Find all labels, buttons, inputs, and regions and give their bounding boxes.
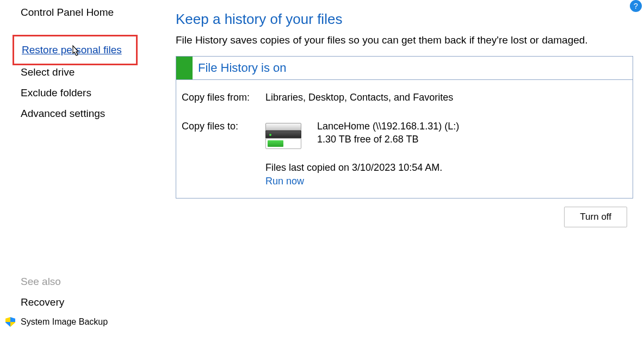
advanced-settings-link[interactable]: Advanced settings <box>21 108 164 120</box>
status-title: File History is on <box>198 61 287 75</box>
system-image-backup-label: System Image Backup <box>21 317 108 327</box>
help-icon[interactable]: ? <box>630 0 642 12</box>
copy-from-value: Libraries, Desktop, Contacts, and Favori… <box>265 92 453 103</box>
select-drive-link[interactable]: Select drive <box>21 66 164 78</box>
page-description: File History saves copies of your files … <box>176 34 633 46</box>
drive-space: 1.30 TB free of 2.68 TB <box>317 134 459 145</box>
restore-personal-files-link[interactable]: Restore personal files <box>22 44 122 55</box>
drive-name: LanceHome (\\192.168.1.31) (L:) <box>317 121 459 132</box>
system-image-backup-link[interactable]: System Image Backup <box>21 317 164 327</box>
last-copied-text: Files last copied on 3/10/2023 10:54 AM. <box>265 162 627 173</box>
control-panel-home-link[interactable]: Control Panel Home <box>21 7 164 18</box>
drive-icon <box>265 123 301 149</box>
recovery-link[interactable]: Recovery <box>21 296 164 308</box>
run-now-link[interactable]: Run now <box>265 176 627 187</box>
turn-off-button[interactable]: Turn off <box>564 207 627 227</box>
shield-icon <box>5 317 15 327</box>
exclude-folders-link[interactable]: Exclude folders <box>21 87 164 99</box>
file-history-status-panel: File History is on Copy files from: Libr… <box>176 56 633 199</box>
see-also-heading: See also <box>21 276 164 288</box>
status-indicator-icon <box>176 57 193 79</box>
page-title: Keep a history of your files <box>176 11 633 28</box>
copy-from-label: Copy files from: <box>182 92 265 103</box>
tutorial-highlight-box: Restore personal files <box>13 35 138 65</box>
copy-to-label: Copy files to: <box>182 121 265 149</box>
